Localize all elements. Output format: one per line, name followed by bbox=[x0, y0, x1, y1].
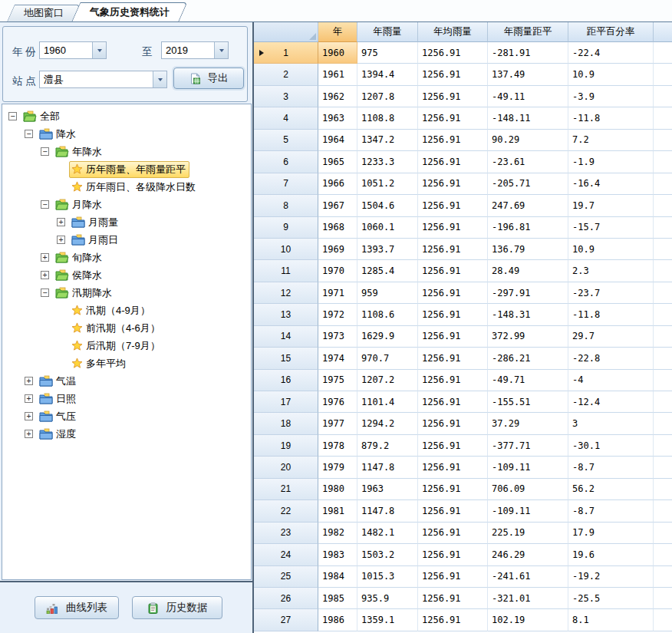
collapse-icon[interactable]: − bbox=[41, 288, 49, 297]
cell-annual-rainfall[interactable]: 879.2 bbox=[357, 435, 418, 457]
row-header[interactable]: 6 bbox=[254, 151, 318, 173]
cell-annual-rainfall[interactable]: 1051.2 bbox=[357, 173, 418, 195]
cell-year[interactable]: 1967 bbox=[318, 195, 357, 216]
row-header[interactable]: 10 bbox=[254, 239, 318, 260]
cell-average-rainfall[interactable]: 1256.91 bbox=[418, 173, 488, 195]
cell-average-rainfall[interactable]: 1256.91 bbox=[418, 326, 488, 348]
cell-anomaly-percent[interactable]: 19.6 bbox=[568, 544, 654, 565]
expand-icon[interactable]: + bbox=[25, 377, 33, 385]
cell-year[interactable]: 1979 bbox=[318, 457, 357, 478]
tree-item-temperature[interactable]: +气温 bbox=[2, 372, 251, 390]
cell-anomaly-percent[interactable]: 29.7 bbox=[568, 326, 654, 348]
cell-average-rainfall[interactable]: 1256.91 bbox=[418, 348, 488, 369]
row-header[interactable]: 24 bbox=[254, 544, 318, 565]
cell-average-rainfall[interactable]: 1256.91 bbox=[418, 282, 488, 304]
row-header[interactable]: 23 bbox=[254, 523, 318, 544]
cell-anomaly-percent[interactable]: 10.9 bbox=[568, 64, 654, 85]
cell-average-rainfall[interactable]: 1256.91 bbox=[418, 151, 488, 173]
cell-year[interactable]: 1986 bbox=[318, 609, 357, 631]
tree-item-monthly-rain-days[interactable]: +月雨日 bbox=[2, 231, 251, 249]
export-button[interactable]: 导出 bbox=[173, 68, 244, 89]
tab-map-window[interactable]: 地图窗口 bbox=[11, 5, 77, 21]
cell-rainfall-anomaly[interactable]: -109.11 bbox=[488, 457, 568, 478]
cell-anomaly-percent[interactable]: -11.8 bbox=[568, 304, 654, 325]
row-header[interactable]: 16 bbox=[254, 370, 318, 391]
cell-year[interactable]: 1976 bbox=[318, 391, 357, 413]
cell-annual-rainfall[interactable]: 975 bbox=[357, 42, 418, 64]
row-header[interactable]: 4 bbox=[254, 107, 318, 129]
tree-item-pentad-precipitation[interactable]: +侯降水 bbox=[2, 266, 251, 284]
row-header[interactable]: 20 bbox=[254, 457, 318, 478]
cell-rainfall-anomaly[interactable]: 246.29 bbox=[488, 544, 568, 565]
tree-item-multi-year-average[interactable]: 多年平均 bbox=[2, 354, 251, 372]
chevron-down-icon[interactable] bbox=[214, 42, 228, 58]
row-header[interactable]: 8 bbox=[254, 195, 318, 216]
cell-rainfall-anomaly[interactable]: -196.81 bbox=[488, 217, 568, 239]
cell-average-rainfall[interactable]: 1256.91 bbox=[418, 413, 488, 434]
cell-annual-rainfall[interactable]: 1294.2 bbox=[357, 413, 418, 434]
row-header[interactable]: 25 bbox=[254, 566, 318, 588]
cell-rainfall-anomaly[interactable]: 136.79 bbox=[488, 239, 568, 260]
expand-icon[interactable]: + bbox=[25, 412, 33, 420]
row-header[interactable]: 21 bbox=[254, 479, 318, 500]
row-header[interactable]: 1 bbox=[254, 42, 318, 64]
cell-year[interactable]: 1978 bbox=[318, 435, 357, 457]
collapse-icon[interactable]: − bbox=[25, 130, 33, 138]
cell-anomaly-percent[interactable]: 7.2 bbox=[568, 130, 654, 151]
cell-annual-rainfall[interactable]: 1503.2 bbox=[357, 544, 418, 565]
cell-anomaly-percent[interactable]: -8.7 bbox=[568, 500, 654, 522]
tree-item-pressure[interactable]: +气压 bbox=[2, 407, 251, 425]
cell-anomaly-percent[interactable]: -1.9 bbox=[568, 151, 654, 173]
tree-item-flood-season-precipitation[interactable]: −汛期降水 bbox=[2, 284, 251, 302]
tree-item-monthly-precipitation[interactable]: −月降水 bbox=[2, 196, 251, 213]
column-header-annual-rainfall[interactable]: 年雨量 bbox=[357, 22, 418, 42]
cell-average-rainfall[interactable]: 1256.91 bbox=[418, 391, 488, 413]
year-from-select[interactable]: 1960 bbox=[39, 41, 107, 59]
cell-rainfall-anomaly[interactable]: -49.71 bbox=[488, 370, 568, 391]
cell-anomaly-percent[interactable]: -11.8 bbox=[568, 107, 654, 129]
tree-item-all[interactable]: −全部 bbox=[2, 107, 251, 125]
cell-rainfall-anomaly[interactable]: 372.99 bbox=[488, 326, 568, 348]
expand-icon[interactable]: + bbox=[57, 236, 65, 244]
row-header[interactable]: 14 bbox=[254, 326, 318, 348]
cell-year[interactable]: 1971 bbox=[318, 282, 357, 304]
cell-annual-rainfall[interactable]: 1393.7 bbox=[357, 239, 418, 260]
cell-year[interactable]: 1975 bbox=[318, 370, 357, 391]
cell-year[interactable]: 1962 bbox=[318, 86, 357, 107]
cell-year[interactable]: 1961 bbox=[318, 64, 357, 85]
cell-year[interactable]: 1964 bbox=[318, 130, 357, 151]
tree-item-precipitation[interactable]: −降水 bbox=[2, 125, 251, 143]
cell-anomaly-percent[interactable]: 10.9 bbox=[568, 239, 654, 260]
cell-anomaly-percent[interactable]: -30.1 bbox=[568, 435, 654, 457]
cell-average-rainfall[interactable]: 1256.91 bbox=[418, 609, 488, 631]
cell-year[interactable]: 1965 bbox=[318, 151, 357, 173]
cell-rainfall-anomaly[interactable]: -155.51 bbox=[488, 391, 568, 413]
cell-anomaly-percent[interactable]: 17.9 bbox=[568, 523, 654, 544]
cell-annual-rainfall[interactable]: 1347.2 bbox=[357, 130, 418, 151]
station-select[interactable]: 澧县 bbox=[39, 71, 167, 88]
cell-annual-rainfall[interactable]: 1482.1 bbox=[357, 523, 418, 544]
cell-year[interactable]: 1983 bbox=[318, 544, 357, 565]
column-header-anomaly-percent[interactable]: 距平百分率 bbox=[568, 22, 654, 42]
cell-annual-rainfall[interactable]: 1108.8 bbox=[357, 107, 418, 129]
cell-rainfall-anomaly[interactable]: 37.29 bbox=[488, 413, 568, 434]
cell-annual-rainfall[interactable]: 1207.8 bbox=[357, 86, 418, 107]
cell-annual-rainfall[interactable]: 1963 bbox=[357, 479, 418, 500]
expand-icon[interactable]: + bbox=[41, 253, 49, 262]
cell-annual-rainfall[interactable]: 1108.6 bbox=[357, 304, 418, 325]
tree-item-humidity[interactable]: +湿度 bbox=[2, 425, 251, 443]
cell-average-rainfall[interactable]: 1256.91 bbox=[418, 435, 488, 457]
cell-average-rainfall[interactable]: 1256.91 bbox=[418, 64, 488, 85]
cell-annual-rainfall[interactable]: 1147.8 bbox=[357, 500, 418, 522]
cell-year[interactable]: 1985 bbox=[318, 588, 357, 609]
collapse-icon[interactable]: − bbox=[41, 200, 49, 209]
cell-year[interactable]: 1969 bbox=[318, 239, 357, 260]
cell-average-rainfall[interactable]: 1256.91 bbox=[418, 523, 488, 544]
select-all-corner[interactable] bbox=[254, 22, 318, 42]
cell-rainfall-anomaly[interactable]: -109.11 bbox=[488, 500, 568, 522]
cell-year[interactable]: 1973 bbox=[318, 326, 357, 348]
cell-anomaly-percent[interactable]: -3.9 bbox=[568, 86, 654, 107]
cell-average-rainfall[interactable]: 1256.91 bbox=[418, 86, 488, 107]
cell-average-rainfall[interactable]: 1256.91 bbox=[418, 566, 488, 588]
row-header[interactable]: 27 bbox=[254, 609, 318, 631]
